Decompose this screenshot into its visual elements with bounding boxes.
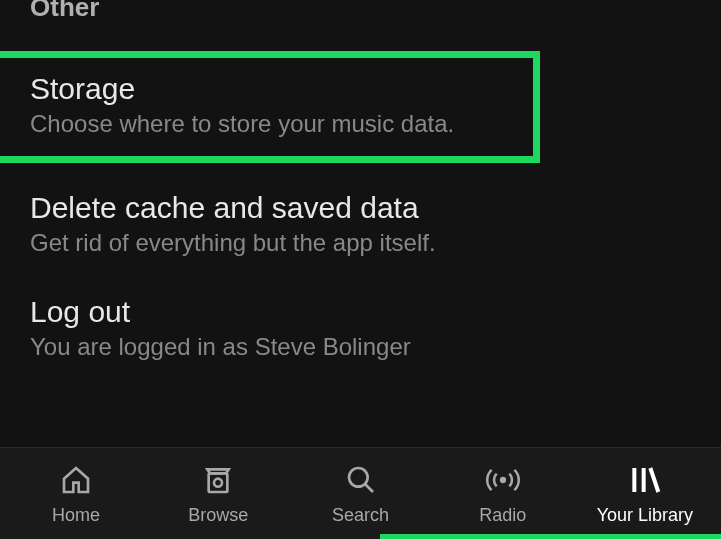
settings-item-storage[interactable]: Storage Choose where to store your music… — [0, 51, 540, 163]
svg-rect-0 — [209, 473, 228, 492]
nav-home[interactable]: Home — [5, 461, 147, 526]
storage-subtitle: Choose where to store your music data. — [30, 110, 503, 138]
browse-icon — [202, 461, 234, 499]
nav-browse[interactable]: Browse — [147, 461, 289, 526]
section-header-other: Other — [0, 0, 721, 33]
bottom-nav: Home Browse Search — [0, 447, 721, 539]
svg-point-2 — [349, 468, 368, 487]
logout-title: Log out — [30, 295, 691, 329]
logout-subtitle: You are logged in as Steve Bolinger — [30, 333, 691, 361]
nav-radio-label: Radio — [479, 505, 526, 526]
nav-search[interactable]: Search — [289, 461, 431, 526]
settings-list: Storage Choose where to store your music… — [0, 33, 721, 381]
settings-item-logout[interactable]: Log out You are logged in as Steve Bolin… — [0, 277, 721, 381]
nav-radio[interactable]: Radio — [432, 461, 574, 526]
delete-cache-title: Delete cache and saved data — [30, 191, 691, 225]
library-icon — [629, 461, 661, 499]
svg-line-7 — [650, 468, 658, 492]
search-icon — [345, 461, 377, 499]
storage-title: Storage — [30, 72, 503, 106]
active-indicator — [380, 534, 721, 539]
nav-search-label: Search — [332, 505, 389, 526]
delete-cache-subtitle: Get rid of everything but the app itself… — [30, 229, 691, 257]
settings-item-delete-cache[interactable]: Delete cache and saved data Get rid of e… — [0, 173, 721, 277]
svg-point-4 — [500, 477, 506, 483]
nav-browse-label: Browse — [188, 505, 248, 526]
nav-library[interactable]: Your Library — [574, 461, 716, 526]
svg-line-3 — [365, 484, 373, 492]
home-icon — [60, 461, 92, 499]
nav-home-label: Home — [52, 505, 100, 526]
radio-icon — [484, 461, 522, 499]
svg-point-1 — [214, 479, 222, 487]
nav-library-label: Your Library — [597, 505, 693, 526]
